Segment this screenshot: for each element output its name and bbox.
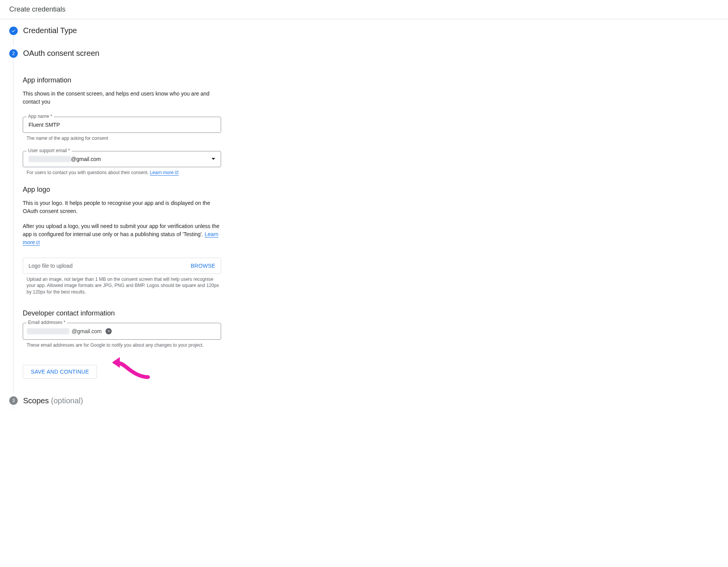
helper-text: For users to contact you with questions … [23, 169, 221, 176]
logo-file-input[interactable]: Logo file to upload BROWSE [23, 258, 221, 274]
step-body-oauth: App information This shows in the consen… [13, 58, 221, 393]
section-app-logo: App logo This is your logo. It helps peo… [23, 186, 221, 295]
section-heading: App logo [23, 186, 221, 194]
support-email-field-wrap: User support email * @gmail.com [23, 151, 221, 167]
step-scopes[interactable]: 3 Scopes (optional) [9, 396, 719, 405]
step-title: Credential Type [23, 26, 77, 35]
support-email-select[interactable]: @gmail.com [23, 151, 221, 167]
email-addresses-input[interactable]: @gmail.com [23, 323, 221, 340]
checkmark-icon [9, 27, 18, 35]
selected-email-value: @gmail.com [29, 156, 101, 162]
external-link-icon [36, 239, 40, 247]
annotation-arrow [111, 354, 154, 381]
app-name-field-wrap: App name * [23, 117, 221, 133]
redacted-text [29, 156, 71, 162]
section-developer-contact: Developer contact information Email addr… [23, 309, 221, 379]
section-heading: App information [23, 76, 221, 84]
helper-text: Upload an image, not larger than 1 MB on… [23, 276, 221, 295]
helper-text: These email addresses are for Google to … [23, 342, 221, 349]
learn-more-link[interactable]: Learn more [150, 170, 178, 176]
step-number-badge: 3 [9, 396, 18, 405]
email-addresses-field-wrap: Email addresses * @gmail.com [23, 323, 221, 340]
step-title: Scopes (optional) [23, 396, 83, 405]
page-title: Create credentials [9, 5, 65, 13]
save-row: SAVE AND CONTINUE [23, 358, 221, 379]
step-title: OAuth consent screen [23, 49, 99, 58]
field-label: User support email * [27, 148, 72, 153]
section-description: This is your logo. It helps people to re… [23, 199, 221, 247]
email-chip: @gmail.com [27, 328, 112, 334]
field-label: App name * [27, 114, 54, 119]
stepper: Credential Type 2 OAuth consent screen A… [9, 26, 719, 409]
page-header: Create credentials [0, 0, 728, 19]
external-link-icon [174, 170, 179, 176]
step-credential-type[interactable]: Credential Type [9, 26, 719, 35]
save-and-continue-button[interactable]: SAVE AND CONTINUE [23, 365, 97, 379]
content-area: Credential Type 2 OAuth consent screen A… [0, 19, 728, 416]
chip-remove-icon[interactable] [106, 328, 112, 334]
logo-file-field-wrap: Logo file to upload BROWSE [23, 258, 221, 274]
section-app-information: App information This shows in the consen… [23, 76, 221, 176]
helper-text: The name of the app asking for consent [23, 135, 221, 142]
section-heading: Developer contact information [23, 309, 221, 317]
file-placeholder: Logo file to upload [29, 263, 72, 269]
section-description: This shows in the consent screen, and he… [23, 90, 221, 106]
step-oauth-consent: 2 OAuth consent screen [9, 49, 719, 58]
redacted-text [27, 328, 69, 334]
browse-button[interactable]: BROWSE [191, 263, 215, 269]
step-connector [13, 405, 13, 409]
step-number-badge: 2 [9, 49, 18, 58]
app-name-input[interactable] [23, 117, 221, 133]
step-connector [13, 35, 13, 46]
chevron-down-icon [211, 158, 215, 160]
field-label: Email addresses * [27, 320, 67, 325]
